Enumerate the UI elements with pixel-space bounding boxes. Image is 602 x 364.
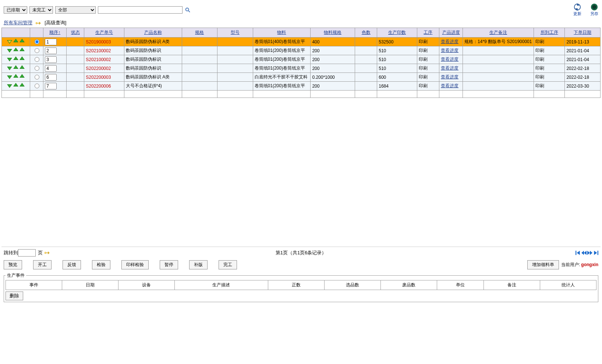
action-完工[interactable]: 完工 [219, 260, 237, 269]
svg-marker-21 [14, 74, 18, 77]
next-page-icon[interactable] [587, 250, 592, 255]
all-workshop-link[interactable]: 所有车间管理 [4, 20, 32, 25]
saveas-button[interactable]: 另存 [590, 3, 598, 17]
svg-marker-23 [7, 85, 12, 88]
table-row[interactable]: S201900003 数码茶园防伪标识 A类 卷筒纸01(400)卷筒纸京平 4… [2, 38, 601, 46]
top-arrow-icon[interactable] [20, 65, 25, 70]
goto-page-input[interactable] [18, 249, 36, 257]
action-暂停[interactable]: 暂停 [160, 260, 178, 269]
action-预览[interactable]: 预览 [4, 260, 22, 269]
up-arrow-icon[interactable] [13, 74, 18, 79]
row-select-radio[interactable] [35, 66, 39, 71]
progress-link[interactable]: 查看进度 [441, 74, 458, 79]
down-arrow-icon[interactable] [7, 47, 12, 53]
progress-link[interactable]: 查看进度 [441, 66, 458, 71]
refresh-button[interactable]: 更新 [573, 3, 581, 17]
svg-point-0 [186, 8, 189, 11]
seq-input[interactable] [45, 47, 57, 54]
event-col-5: 选品数 [325, 280, 381, 290]
svg-marker-33 [594, 251, 597, 255]
col-header-12[interactable]: 工序 [417, 28, 439, 38]
row-select-radio[interactable] [35, 39, 39, 44]
top-arrow-icon[interactable] [20, 39, 25, 44]
action-补版[interactable]: 补版 [189, 260, 208, 269]
col-header-3[interactable]: 状态 [67, 28, 84, 38]
fieldset-legend: 生产事件 [6, 272, 26, 279]
up-arrow-icon[interactable] [13, 83, 18, 88]
advanced-search-link[interactable]: [高级查询] [45, 20, 66, 25]
event-col-9: 统计人 [540, 280, 596, 290]
row-select-radio[interactable] [35, 75, 39, 79]
col-header-13[interactable]: 产品进度 [439, 28, 463, 38]
svg-marker-12 [14, 48, 18, 51]
down-arrow-icon[interactable] [7, 56, 12, 61]
table-row[interactable]: S202100002 数码茶园防伪标识 卷筒纸01(200)卷筒纸京平 200 … [2, 46, 601, 55]
progress-link[interactable]: 查看进度 [441, 57, 458, 62]
up-arrow-icon[interactable] [13, 39, 18, 44]
first-page-icon[interactable] [576, 250, 581, 255]
up-arrow-icon[interactable] [13, 47, 18, 53]
seq-input[interactable] [45, 39, 57, 45]
table-row[interactable]: S202100002 数码茶园防伪标识 卷筒纸01(200)卷筒纸京平 200 … [2, 55, 601, 64]
down-arrow-icon[interactable] [7, 74, 12, 79]
seq-input[interactable] [45, 56, 57, 63]
delete-button[interactable]: 删除 [6, 291, 23, 300]
event-col-0: 事件 [6, 280, 62, 290]
down-arrow-icon[interactable] [7, 65, 12, 70]
search-icon[interactable] [185, 7, 191, 13]
top-arrow-icon[interactable] [20, 83, 25, 88]
col-header-6[interactable]: 规格 [182, 28, 217, 38]
status-select[interactable]: 已排期 [4, 6, 27, 14]
col-header-14[interactable]: 生产备注 [463, 28, 534, 38]
work-select[interactable]: 未完工 [29, 6, 53, 14]
row-select-radio[interactable] [35, 57, 39, 62]
action-开工[interactable]: 开工 [33, 260, 52, 269]
col-header-16[interactable]: 下单日期 [565, 28, 601, 38]
progress-link[interactable]: 查看进度 [441, 39, 458, 44]
table-row[interactable]: S202200002 数码茶园防伪标识 卷筒纸01(200)卷筒纸京平 200 … [2, 64, 601, 73]
svg-marker-28 [577, 251, 580, 255]
table-row[interactable]: S202200003 数码茶园防伪标识 A类 白底特光不干胶不干胶艾科 0.20… [2, 73, 601, 82]
svg-marker-15 [14, 57, 18, 60]
go-icon[interactable] [44, 250, 51, 255]
col-header-7[interactable]: 型号 [217, 28, 253, 38]
row-select-radio[interactable] [35, 48, 39, 53]
all-select[interactable]: 全部 [55, 6, 96, 14]
prod-number: S201900003 [84, 38, 124, 46]
col-header-9[interactable]: 物料规格 [311, 28, 355, 38]
top-arrow-icon[interactable] [20, 74, 25, 79]
production-table: 顺序↑状态生产单号产品名称规格型号物料物料规格色数生产印数工序产品进度生产备注所… [1, 28, 601, 98]
col-header-11[interactable]: 生产印数 [377, 28, 417, 38]
col-header-4[interactable]: 生产单号 [84, 28, 124, 38]
col-header-2[interactable]: 顺序↑ [43, 28, 67, 38]
col-header-5[interactable]: 产品名称 [124, 28, 182, 38]
row-select-radio[interactable] [35, 84, 39, 88]
search-input[interactable] [98, 6, 183, 14]
col-header-10[interactable]: 色数 [355, 28, 377, 38]
production-event-fieldset: 生产事件 事件日期设备生产描述正数选品数废品数单位备注统计人 删除 [4, 272, 598, 302]
down-arrow-icon[interactable] [7, 83, 12, 88]
last-page-icon[interactable] [593, 250, 598, 255]
down-arrow-icon[interactable] [7, 39, 12, 44]
progress-link[interactable]: 查看进度 [441, 48, 458, 53]
progress-link[interactable]: 查看进度 [441, 83, 458, 88]
svg-point-7 [35, 22, 37, 24]
top-arrow-icon[interactable] [20, 56, 25, 61]
action-反馈[interactable]: 反馈 [63, 260, 81, 269]
col-header-1 [30, 28, 43, 38]
top-arrow-icon[interactable] [20, 47, 25, 53]
col-header-15[interactable]: 所到工序 [534, 28, 565, 38]
add-material-button[interactable]: 增加领料单 [527, 260, 559, 269]
seq-input[interactable] [45, 74, 57, 81]
action-检验[interactable]: 检验 [92, 260, 110, 269]
prev-page-icon[interactable] [581, 250, 587, 255]
col-header-8[interactable]: 物料 [253, 28, 311, 38]
table-row[interactable]: S202200006 大号不合格证(6*4) 卷筒纸01(200)卷筒纸京平 2… [2, 82, 601, 91]
event-col-8: 备注 [484, 280, 540, 290]
prod-number: S202200002 [84, 64, 124, 73]
up-arrow-icon[interactable] [13, 65, 18, 70]
seq-input[interactable] [45, 83, 57, 89]
up-arrow-icon[interactable] [13, 56, 18, 61]
seq-input[interactable] [45, 65, 57, 72]
action-印样检验[interactable]: 印样检验 [121, 260, 149, 269]
